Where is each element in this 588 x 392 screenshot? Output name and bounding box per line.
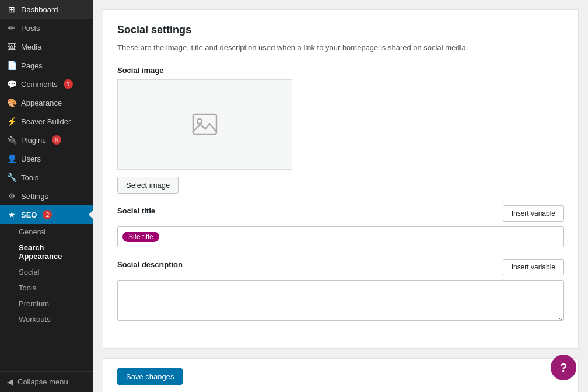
collapse-menu-label: Collapse menu (18, 377, 68, 386)
save-bar: Save changes (103, 358, 579, 392)
sidebar-label-dashboard: Dashboard (21, 5, 58, 14)
social-description-textarea[interactable] (117, 280, 564, 321)
insert-variable-title-button[interactable]: Insert variable (503, 205, 564, 222)
sidebar-label-plugins: Plugins (21, 136, 46, 145)
select-image-button[interactable]: Select image (117, 177, 178, 194)
sidebar-sub-general[interactable]: General (9, 224, 93, 240)
collapse-menu-button[interactable]: ◀ Collapse menu (0, 371, 93, 392)
users-icon: 👤 (7, 154, 16, 163)
sidebar-item-appearance[interactable]: 🎨 Appearance (0, 93, 93, 112)
help-button[interactable]: ? (551, 355, 576, 380)
plugins-icon: 🔌 (7, 135, 16, 145)
panel-title: Social settings (117, 24, 564, 36)
social-image-field: Social image Select image (117, 66, 564, 194)
sidebar-label-comments: Comments (21, 80, 58, 89)
sidebar-label-posts: Posts (21, 24, 40, 33)
insert-variable-desc-button[interactable]: Insert variable (503, 259, 564, 275)
social-image-placeholder (117, 79, 292, 170)
sidebar-label-beaver-builder: Beaver Builder (21, 117, 71, 126)
panel-description: These are the image, title and descripti… (117, 42, 564, 54)
sidebar-item-plugins[interactable]: 🔌 Plugins 6 (0, 131, 93, 149)
sidebar-item-settings[interactable]: ⚙ Settings (0, 187, 93, 205)
social-title-input[interactable]: Site title (117, 226, 564, 247)
collapse-menu-icon: ◀ (7, 377, 13, 386)
social-title-label: Social title (117, 206, 155, 215)
social-description-label: Social description (117, 260, 183, 269)
sidebar-item-comments[interactable]: 💬 Comments 1 (0, 75, 93, 93)
seo-icon: ★ (7, 210, 16, 219)
image-placeholder-icon (190, 110, 219, 139)
sidebar-sub-premium[interactable]: Premium (9, 296, 93, 312)
plugins-badge: 6 (52, 135, 61, 145)
appearance-icon: 🎨 (7, 98, 16, 107)
sidebar-item-media[interactable]: 🖼 Media (0, 37, 93, 56)
seo-active-indicator (89, 210, 93, 219)
svg-rect-0 (193, 114, 216, 134)
svg-point-1 (197, 119, 202, 124)
social-title-field: Social title Insert variable Site title (117, 205, 564, 247)
save-changes-button[interactable]: Save changes (117, 368, 183, 385)
sidebar-sub-workouts[interactable]: Workouts (9, 312, 93, 327)
sidebar-sub-search-appearance[interactable]: Search Appearance (9, 240, 93, 264)
main-content: Social settings These are the image, tit… (93, 0, 588, 392)
sidebar-label-pages: Pages (21, 61, 43, 70)
sidebar: ⊞ Dashboard ✏ Posts 🖼 Media 📄 Pages 💬 Co… (0, 0, 93, 392)
sidebar-label-appearance: Appearance (21, 99, 62, 107)
settings-icon: ⚙ (7, 191, 16, 201)
social-settings-panel: Social settings These are the image, tit… (103, 9, 579, 349)
social-description-row: Social description Insert variable (117, 259, 564, 275)
sidebar-sub-tools[interactable]: Tools (9, 280, 93, 296)
pages-icon: 📄 (7, 61, 16, 70)
sidebar-item-pages[interactable]: 📄 Pages (0, 56, 93, 75)
sidebar-sub-social[interactable]: Social (9, 264, 93, 280)
tools-icon: 🔧 (7, 173, 16, 182)
sidebar-item-beaver-builder[interactable]: ⚡ Beaver Builder (0, 112, 93, 131)
social-image-label: Social image (117, 66, 564, 75)
comments-badge: 1 (64, 79, 73, 89)
sidebar-label-settings: Settings (21, 192, 48, 201)
seo-submenu: General Search Appearance Social Tools P… (0, 224, 93, 327)
sidebar-item-dashboard[interactable]: ⊞ Dashboard (0, 0, 93, 19)
seo-badge: 2 (43, 210, 52, 219)
media-icon: 🖼 (7, 42, 16, 51)
posts-icon: ✏ (7, 23, 16, 33)
social-description-field: Social description Insert variable (117, 259, 564, 323)
sidebar-item-users[interactable]: 👤 Users (0, 149, 93, 168)
sidebar-label-users: Users (21, 155, 41, 163)
comments-icon: 💬 (7, 79, 16, 89)
sidebar-label-media: Media (21, 43, 41, 51)
site-title-tag[interactable]: Site title (123, 232, 159, 242)
beaver-builder-icon: ⚡ (7, 117, 16, 126)
social-title-row: Social title Insert variable (117, 205, 564, 222)
dashboard-icon: ⊞ (7, 5, 16, 14)
sidebar-label-seo: SEO (21, 211, 37, 219)
sidebar-label-tools: Tools (21, 173, 38, 182)
sidebar-item-tools[interactable]: 🔧 Tools (0, 168, 93, 187)
sidebar-item-posts[interactable]: ✏ Posts (0, 19, 93, 37)
sidebar-item-seo[interactable]: ★ SEO 2 (0, 205, 93, 224)
